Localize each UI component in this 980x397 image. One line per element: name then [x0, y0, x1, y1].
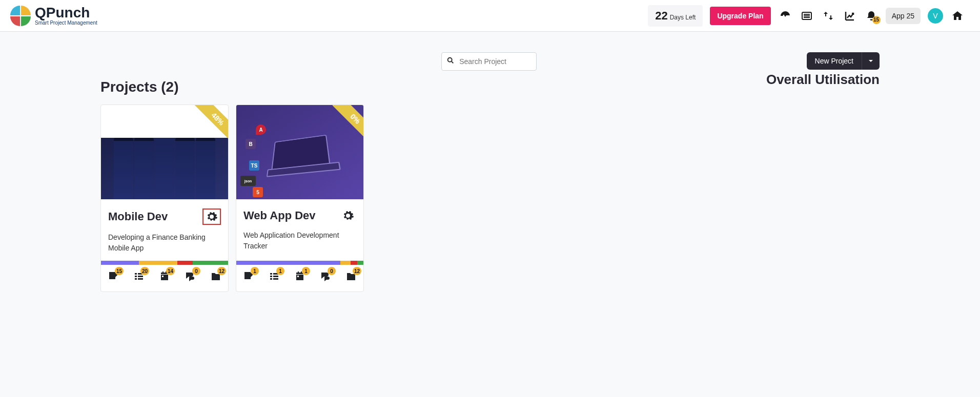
stat-count-badge: 0: [192, 267, 200, 275]
progress-segment: [193, 261, 228, 265]
new-project-button[interactable]: New Project: [807, 52, 880, 70]
days-count: 22: [655, 9, 667, 23]
days-label: Days Left: [670, 14, 696, 21]
svg-point-1: [787, 13, 788, 14]
project-card-body: Mobile DevDeveloping a Finance Banking M…: [101, 199, 228, 261]
project-card-body: Web App DevWeb Application Development T…: [236, 199, 363, 261]
progress-segment: [236, 261, 340, 265]
project-description: Developing a Finance Banking Mobile App: [108, 232, 221, 254]
project-thumbnail: [101, 138, 228, 199]
utilisation-title: Overall Utilisation: [557, 72, 880, 88]
files-icon[interactable]: 12: [210, 270, 222, 284]
app-header: QPunch Smart Project Management 22 Days …: [0, 0, 980, 32]
chat-icon[interactable]: 0: [184, 270, 196, 284]
project-description: Web Application Development Tracker: [243, 230, 356, 252]
brand-name: QPunch: [35, 6, 97, 20]
project-thumbnail: ABTSjson5: [236, 105, 363, 199]
logo-icon: [10, 6, 31, 26]
stat-count-badge: 12: [353, 267, 361, 275]
svg-line-7: [452, 61, 453, 63]
brand-tagline: Smart Project Management: [35, 20, 97, 26]
boards-icon[interactable]: 1: [242, 270, 255, 284]
progress-segment: [357, 261, 363, 265]
upgrade-plan-button[interactable]: Upgrade Plan: [710, 7, 770, 25]
progress-segment: [351, 261, 357, 265]
svg-point-0: [782, 13, 783, 14]
project-stats: 152014012: [101, 265, 228, 291]
project-settings-gear-icon[interactable]: [202, 208, 221, 225]
app-switcher[interactable]: App 25: [886, 8, 921, 24]
home-icon[interactable]: [950, 9, 965, 23]
project-title: Mobile Dev: [108, 210, 168, 223]
stat-count-badge: 1: [302, 267, 310, 275]
header-actions: 22 Days Left Upgrade Plan 15 App 25 V: [643, 2, 970, 30]
progress-segment: [340, 261, 351, 265]
project-stats: 111012: [236, 265, 363, 291]
tasks-icon[interactable]: 1: [268, 270, 280, 284]
calendar-icon[interactable]: 1: [294, 270, 306, 284]
files-icon[interactable]: 12: [345, 270, 357, 284]
boards-icon[interactable]: 15: [107, 270, 119, 284]
notifications-icon[interactable]: 15: [864, 9, 879, 23]
progress-segment: [139, 261, 177, 265]
stat-count-badge: 1: [251, 267, 259, 275]
project-title: Web App Dev: [243, 209, 316, 222]
stat-count-badge: 1: [276, 267, 284, 275]
brand-logo[interactable]: QPunch Smart Project Management: [10, 6, 97, 26]
project-settings-gear-icon[interactable]: [340, 208, 356, 223]
project-card[interactable]: 48%Mobile DevDeveloping a Finance Bankin…: [100, 105, 229, 292]
progress-segment: [101, 261, 139, 265]
dashboard-icon[interactable]: [778, 9, 792, 23]
list-icon[interactable]: [800, 9, 814, 23]
project-card[interactable]: 0%ABTSjson5Web App DevWeb Application De…: [236, 105, 364, 292]
trial-days-left: 22 Days Left: [648, 5, 703, 27]
user-avatar[interactable]: V: [928, 8, 943, 24]
stat-count-badge: 14: [166, 267, 175, 275]
stat-count-badge: 15: [115, 267, 124, 275]
calendar-icon[interactable]: 14: [158, 270, 171, 284]
project-progress-bar: [236, 261, 363, 265]
search-project: [441, 52, 537, 71]
svg-point-6: [448, 58, 452, 62]
tasks-icon[interactable]: 20: [133, 270, 145, 284]
stat-count-badge: 0: [328, 267, 336, 275]
progress-segment: [177, 261, 193, 265]
stat-count-badge: 12: [217, 267, 226, 275]
new-project-label: New Project: [807, 52, 862, 70]
project-progress-bar: [101, 261, 228, 265]
projects-title: Projects (2): [100, 79, 537, 95]
chat-icon[interactable]: 0: [319, 270, 332, 284]
search-icon: [446, 56, 455, 67]
stat-count-badge: 20: [140, 267, 149, 275]
chart-icon[interactable]: [843, 9, 857, 23]
swap-icon[interactable]: [821, 9, 835, 23]
search-input[interactable]: [441, 52, 537, 71]
notification-count-badge: 15: [872, 16, 881, 24]
chevron-down-icon[interactable]: [862, 52, 880, 70]
